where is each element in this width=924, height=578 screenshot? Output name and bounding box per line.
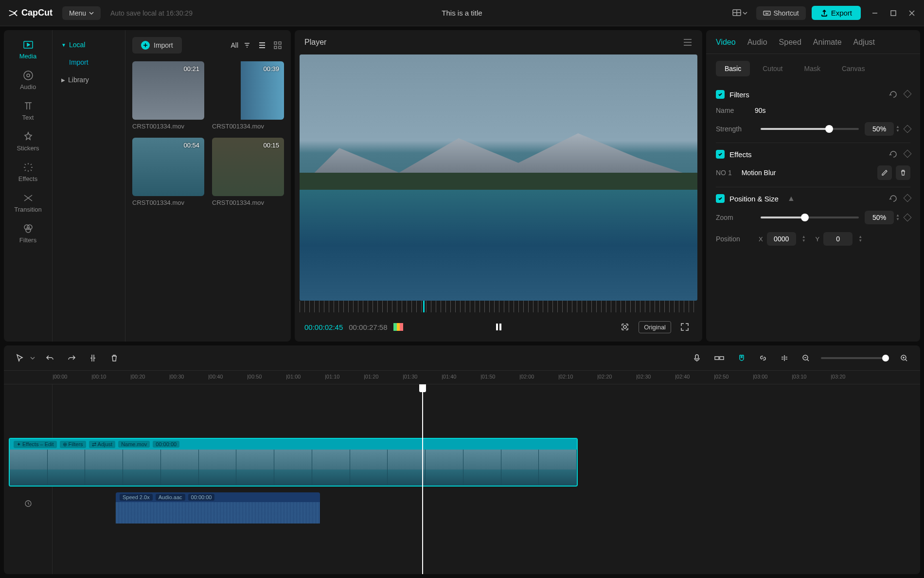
timeline-ruler[interactable]: |00:00|00:10|00:20|00:30|00:40|00:50|01:…: [4, 371, 920, 384]
fullscreen-button[interactable]: [677, 319, 693, 335]
tab-text[interactable]: Text: [4, 95, 52, 126]
media-item[interactable]: 00:39 CRST001334.mov: [212, 61, 284, 130]
tab-audio[interactable]: Audio: [4, 65, 52, 95]
collapse-icon[interactable]: ▲: [787, 194, 795, 203]
keyframe-icon[interactable]: [904, 125, 912, 133]
player-menu-button[interactable]: [683, 38, 693, 46]
tab-effects[interactable]: Effects: [4, 157, 52, 187]
prop-tab-audio[interactable]: Audio: [747, 38, 767, 54]
link-button[interactable]: [757, 352, 769, 364]
stepper-down[interactable]: ▼: [802, 239, 806, 243]
subtab-cutout[interactable]: Cutout: [754, 61, 791, 76]
position-y-value[interactable]: 0: [823, 232, 853, 246]
sidebar-item-import[interactable]: Import: [53, 54, 125, 71]
layout-button[interactable]: [729, 5, 750, 21]
chevron-down-icon: [89, 11, 94, 16]
import-button[interactable]: Import: [132, 37, 182, 54]
player-viewport[interactable]: [300, 54, 697, 301]
list-view-button[interactable]: [256, 39, 268, 52]
audio-clip[interactable]: Speed 2.0x Audio.aac 00:00:00: [116, 492, 320, 524]
keyframe-icon[interactable]: [904, 150, 912, 158]
filters-checkbox[interactable]: [716, 90, 725, 99]
maximize-button[interactable]: [889, 9, 898, 18]
shortcut-button[interactable]: Shortcut: [756, 6, 806, 20]
tab-media[interactable]: Media: [4, 34, 52, 65]
delete-button[interactable]: [108, 352, 121, 364]
audio-icon: [22, 70, 34, 81]
zoom-out-button[interactable]: [800, 352, 812, 364]
original-button[interactable]: Original: [639, 321, 671, 333]
tab-transition[interactable]: Transition: [4, 187, 52, 218]
project-title[interactable]: This is a title: [442, 9, 482, 17]
subtab-mask[interactable]: Mask: [795, 61, 829, 76]
prop-tab-animate[interactable]: Animate: [813, 38, 842, 54]
zoom-value[interactable]: 50%: [865, 211, 894, 224]
clip-tag-adjust: ⇄ Adjust: [89, 441, 116, 448]
media-item[interactable]: 00:21 CRST001334.mov: [132, 61, 204, 130]
scale-icon: [620, 322, 630, 332]
time-tick: |02:00: [519, 374, 534, 379]
sort-icon[interactable]: [243, 41, 251, 49]
stepper-down[interactable]: ▼: [858, 239, 862, 243]
redo-button[interactable]: [65, 352, 78, 364]
strength-slider[interactable]: [761, 128, 859, 130]
magnet-button[interactable]: [735, 352, 748, 364]
split-button[interactable]: [87, 352, 99, 364]
position-x-value[interactable]: 0000: [767, 232, 796, 246]
timeline-zoom-slider[interactable]: [821, 357, 889, 359]
prop-tab-speed[interactable]: Speed: [779, 38, 801, 54]
clip-tag-effects: ✦ Effects – Edit: [14, 441, 57, 448]
reset-icon[interactable]: [889, 150, 898, 159]
preview-icon: [780, 354, 789, 362]
stepper-down[interactable]: ▼: [896, 129, 900, 133]
record-button[interactable]: [691, 352, 703, 364]
scale-button[interactable]: [617, 319, 633, 335]
sidebar-item-local[interactable]: ▼Local: [53, 36, 125, 54]
play-pause-button[interactable]: [494, 322, 503, 332]
subtab-canvas[interactable]: Canvas: [833, 61, 873, 76]
trash-icon: [110, 354, 119, 362]
export-button[interactable]: Export: [812, 6, 861, 20]
undo-button[interactable]: [44, 352, 56, 364]
prop-tab-adjust[interactable]: Adjust: [853, 38, 875, 54]
keyframe-icon[interactable]: [904, 214, 912, 222]
tab-filters[interactable]: Filters: [4, 218, 52, 249]
zoom-in-button[interactable]: [898, 352, 910, 364]
position-checkbox[interactable]: [716, 194, 725, 203]
chevron-down-icon[interactable]: [30, 356, 35, 361]
close-button[interactable]: [907, 9, 916, 18]
menu-button[interactable]: Menu: [62, 6, 101, 20]
clock-icon[interactable]: [24, 500, 32, 507]
audio-meter-icon[interactable]: [393, 323, 403, 331]
edit-effect-button[interactable]: [877, 165, 892, 180]
time-tick: |01:50: [480, 374, 495, 379]
keyboard-icon: [763, 9, 771, 17]
preview-button[interactable]: [778, 352, 791, 364]
keyframe-icon[interactable]: [904, 194, 912, 202]
keyframe-icon[interactable]: [904, 90, 912, 98]
select-tool[interactable]: [14, 352, 26, 364]
audio-speed: Speed 2.0x: [120, 494, 153, 501]
grid-view-button[interactable]: [271, 39, 284, 52]
subtab-basic[interactable]: Basic: [716, 61, 750, 76]
stepper-down[interactable]: ▼: [896, 217, 900, 221]
player-ruler[interactable]: [300, 301, 697, 312]
zoom-slider[interactable]: [761, 217, 859, 218]
media-item[interactable]: 00:54 CRST001334.mov: [132, 138, 204, 206]
reset-icon[interactable]: [889, 90, 898, 99]
video-clip[interactable]: ✦ Effects – Edit ⊕ Filters ⇄ Adjust Name…: [9, 438, 578, 487]
main-track-button[interactable]: [712, 352, 727, 364]
media-duration: 00:39: [263, 65, 279, 72]
prop-tab-video[interactable]: Video: [716, 38, 736, 54]
media-item[interactable]: 00:15 CRST001334.mov: [212, 138, 284, 206]
strength-value[interactable]: 50%: [865, 122, 894, 136]
minimize-button[interactable]: [871, 9, 879, 18]
reset-icon[interactable]: [889, 194, 898, 203]
sidebar-item-library[interactable]: ▶Library: [53, 71, 125, 89]
filter-all[interactable]: All: [231, 41, 238, 49]
delete-effect-button[interactable]: [896, 165, 910, 180]
tab-stickers[interactable]: Stickers: [4, 126, 52, 157]
playhead[interactable]: [422, 384, 423, 574]
effects-checkbox[interactable]: [716, 150, 725, 159]
timeline-tracks[interactable]: ✦ Effects – Edit ⊕ Filters ⇄ Adjust Name…: [4, 384, 920, 574]
